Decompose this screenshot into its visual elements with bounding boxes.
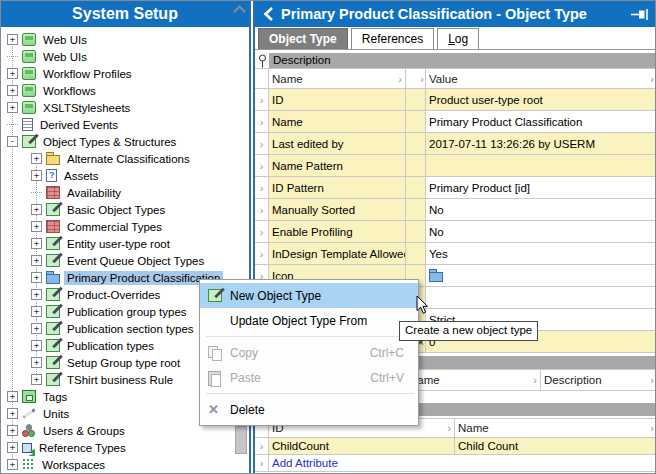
row-expand-icon[interactable] [255,111,269,133]
property-row-indesign-template-allowed[interactable]: InDesign Template AllowedYes [255,243,656,265]
column-header-attr-name[interactable]: Name [455,418,656,438]
menu-item-delete[interactable]: Delete [200,397,418,422]
attribute-row[interactable]: ChildCount Child Count [255,438,656,455]
row-expand-icon[interactable] [255,199,269,221]
tab-log[interactable]: Log [437,28,479,49]
property-name-cell: Enable Profiling [269,221,406,243]
expand-icon[interactable]: + [31,374,42,385]
attribute-name-cell[interactable]: Child Count [455,438,656,455]
expand-icon[interactable]: + [7,442,18,453]
tree-item-derived-events[interactable]: Derived Events [1,116,235,133]
expand-icon[interactable]: + [7,391,18,402]
objtype-icon [46,356,60,369]
property-row-name[interactable]: NamePrimary Product Classification [255,111,656,133]
column-header-ref-description[interactable]: Description [541,369,656,391]
tree-item-reference-types[interactable]: +Reference Types [1,439,235,456]
property-value-cell[interactable] [426,155,656,177]
expand-icon[interactable]: + [7,34,18,45]
property-value-cell[interactable]: Primary Product Classification [426,111,656,133]
expand-icon[interactable]: + [7,85,18,96]
sort-icon[interactable] [646,73,654,85]
tab-references[interactable]: References [351,28,434,49]
scrollbar-thumb[interactable] [235,426,247,454]
sort-icon[interactable] [443,422,451,434]
tree-item-entity-user-type-root[interactable]: +Entity user-type root [1,235,235,252]
menu-item-paste[interactable]: Paste Ctrl+V [200,365,418,390]
property-row-name-pattern[interactable]: Name Pattern [255,155,656,177]
property-row-id-pattern[interactable]: ID PatternPrimary Product [id] [255,177,656,199]
property-value-cell[interactable]: Product user-type root [426,89,656,111]
tree-item-availability[interactable]: Availability [1,184,235,201]
tab-object-type[interactable]: Object Type [258,28,348,49]
property-row-manually-sorted[interactable]: Manually SortedNo [255,199,656,221]
tree-item-object-types-structures[interactable]: -Object Types & Structures [1,133,235,150]
expand-icon[interactable]: + [31,306,42,317]
expand-icon[interactable]: + [31,153,42,164]
tree-item-event-queue-object-types[interactable]: +Event Queue Object Types [1,252,235,269]
property-value-cell[interactable]: 2017-07-11 13:26:26 by USERM [426,133,656,155]
column-header-ref-name[interactable]: Name [406,369,541,391]
back-chevron-icon[interactable] [263,7,273,21]
sort-icon[interactable] [529,374,537,386]
menu-item-copy[interactable]: Copy Ctrl+C [200,340,418,365]
expand-icon[interactable]: + [7,102,18,113]
column-header-name[interactable]: Name [269,68,406,89]
property-row-last-edited-by[interactable]: Last edited by2017-07-11 13:26:26 by USE… [255,133,656,155]
tree-item-xsltstylesheets[interactable]: +XSLTStylesheets [1,99,235,116]
row-expand-icon[interactable] [255,243,269,265]
row-expand-icon[interactable] [255,133,269,155]
expand-icon[interactable]: + [31,204,42,215]
expand-icon[interactable]: + [31,340,42,351]
expand-icon[interactable]: + [31,255,42,266]
row-expand-icon[interactable] [255,89,269,111]
tree-item-workflows[interactable]: +Workflows [1,82,235,99]
property-value-cell[interactable]: No [426,199,656,221]
column-header-value[interactable]: Value [426,68,656,89]
property-value-cell[interactable]: Primary Product [id] [426,177,656,199]
tree-item-label: Derived Events [37,118,121,132]
row-expand-icon[interactable] [255,155,269,177]
column-header-expand[interactable] [406,68,426,89]
sort-icon[interactable] [394,73,402,85]
expand-icon[interactable]: + [31,272,42,283]
row-expand-icon[interactable] [255,177,269,199]
row-expand-icon[interactable] [255,455,269,472]
property-row-enable-profiling[interactable]: Enable ProfilingNo [255,221,656,243]
expand-icon[interactable]: + [31,289,42,300]
expand-icon[interactable]: + [7,68,18,79]
add-attribute-link[interactable]: Add Attribute [269,455,656,472]
pin-icon[interactable] [630,8,651,21]
sort-icon[interactable] [646,422,654,434]
tree-item-web-uis[interactable]: Web UIs [1,48,235,65]
tree-item-basic-object-types[interactable]: +Basic Object Types [1,201,235,218]
menu-item-update-object-type-from[interactable]: Update Object Type From [200,308,418,333]
tree-item-workflow-profiles[interactable]: +Workflow Profiles [1,65,235,82]
tree-item-web-uis[interactable]: +Web UIs [1,31,235,48]
tree-item-workspaces[interactable]: +Workspaces [1,456,235,473]
row-expand-icon[interactable] [255,221,269,243]
expand-icon[interactable]: + [31,170,42,181]
menu-item-new-object-type[interactable]: New Object Type [200,283,418,308]
expand-icon[interactable]: + [7,408,18,419]
property-row-id[interactable]: IDProduct user-type root [255,89,656,111]
tree-item-assets[interactable]: +Assets [1,167,235,184]
description-section-header[interactable]: Description [255,53,656,68]
tree-item-commercial-types[interactable]: +Commercial Types [1,218,235,235]
property-value-cell[interactable]: No [426,221,656,243]
expand-icon[interactable]: + [31,323,42,334]
expand-icon[interactable]: + [31,221,42,232]
expand-icon[interactable]: + [7,425,18,436]
expand-icon[interactable]: + [31,238,42,249]
property-value-cell[interactable] [426,265,656,287]
expand-icon[interactable]: + [31,357,42,368]
row-expand-icon[interactable] [255,438,269,455]
property-value-cell[interactable] [426,287,656,309]
collapse-icon[interactable]: - [7,136,18,147]
attribute-id-cell[interactable]: ChildCount [269,438,455,455]
sort-icon[interactable] [646,374,654,386]
expand-icon[interactable]: + [7,459,18,470]
objtype-icon [46,288,60,301]
property-value-cell[interactable]: Yes [426,243,656,265]
tree-item-label: TShirt business Rule [64,373,176,387]
tree-item-alternate-classifications[interactable]: +Alternate Classifications [1,150,235,167]
